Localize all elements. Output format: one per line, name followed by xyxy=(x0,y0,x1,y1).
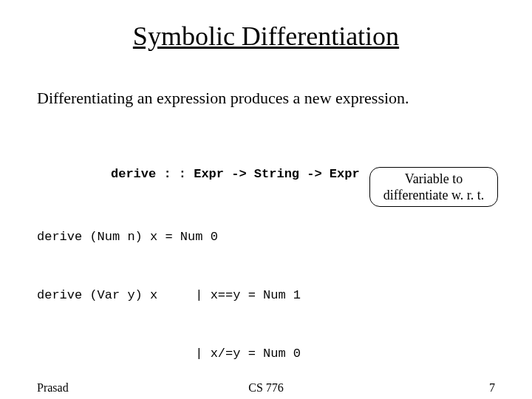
slide: Symbolic Differentiation Differentiating… xyxy=(0,0,532,399)
callout-line: Variable to xyxy=(370,171,497,188)
annotation-callout: Variable to differentiate w. r. t. xyxy=(369,167,498,207)
slide-subtitle: Differentiating an expression produces a… xyxy=(37,89,495,108)
code-line: | x/=y = Num 0 xyxy=(37,344,495,364)
slide-title: Symbolic Differentiation xyxy=(37,21,495,52)
code-line: derive (Var y) x | x==y = Num 1 xyxy=(37,286,495,305)
footer-page-number: 7 xyxy=(489,381,495,395)
callout-line: differentiate w. r. t. xyxy=(370,187,497,204)
code-line: derive (Num n) x = Num 0 xyxy=(37,228,495,247)
footer-course: CS 776 xyxy=(0,381,532,395)
